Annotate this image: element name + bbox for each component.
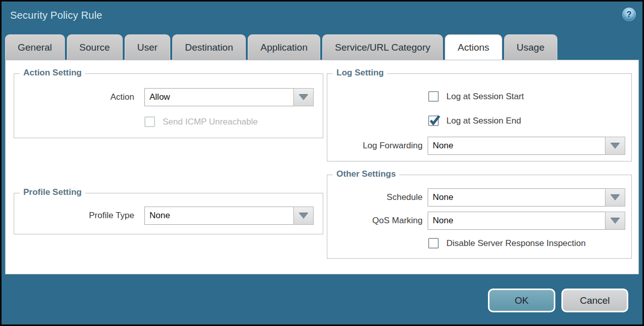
tab-destination[interactable]: Destination [172,34,246,60]
action-setting-fieldset: Action Setting Action Allow Send ICMP Un… [14,73,323,138]
schedule-dropdown[interactable]: None [428,188,625,207]
profile-type-dropdown-button[interactable] [293,207,314,225]
tab-application[interactable]: Application [248,34,320,60]
send-icmp-row: Send ICMP Unreachable [14,116,323,127]
tab-bar: General Source User Destination Applicat… [5,34,557,60]
qos-marking-label: QoS Marking [327,216,423,226]
profile-type-dropdown[interactable]: None [144,207,314,225]
log-forwarding-row: Log Forwarding None [327,137,631,155]
dsri-row: Disable Server Response Inspection [327,238,631,249]
action-label: Action [14,92,134,102]
log-at-session-start-label: Log at Session Start [446,92,524,102]
log-at-session-end-checkbox[interactable] [428,115,439,126]
log-forwarding-dropdown-value: None [433,137,453,154]
profile-type-label: Profile Type [14,211,134,221]
profile-type-row: Profile Type None [14,207,323,225]
log-setting-fieldset: Log Setting Log at Session Start Log at … [327,73,632,161]
ok-button[interactable]: OK [488,289,555,312]
log-at-session-start-checkbox[interactable] [428,91,439,102]
action-setting-legend: Action Setting [20,68,85,78]
disable-server-response-inspection-checkbox[interactable] [428,238,439,249]
log-at-session-end-label: Log at Session End [446,116,521,126]
schedule-dropdown-value: None [433,189,453,206]
action-dropdown-value: Allow [149,89,170,106]
chevron-down-icon [611,143,620,149]
log-session-end-row: Log at Session End [327,115,631,126]
send-icmp-label: Send ICMP Unreachable [163,117,258,127]
profile-type-dropdown-value: None [149,207,170,224]
log-setting-legend: Log Setting [333,68,387,78]
actions-tab-panel: Action Setting Action Allow Send ICMP Un… [5,60,639,274]
send-icmp-checkbox [144,116,155,127]
dialog-title: Security Policy Rule [10,10,102,21]
tab-service-url-category[interactable]: Service/URL Category [322,34,443,60]
chevron-down-icon [611,195,620,200]
action-row: Action Allow [14,88,323,106]
qos-marking-dropdown-button[interactable] [605,212,625,230]
profile-setting-legend: Profile Setting [20,187,85,197]
schedule-row: Schedule None [327,188,631,207]
help-icon[interactable]: ? [622,8,636,21]
cancel-button[interactable]: Cancel [561,289,628,312]
action-dropdown-button[interactable] [293,88,314,106]
chevron-down-icon [299,213,308,219]
tab-usage[interactable]: Usage [504,34,557,60]
log-session-start-row: Log at Session Start [327,91,631,102]
qos-marking-row: QoS Marking None [327,212,631,230]
tab-actions[interactable]: Actions [445,34,502,60]
schedule-dropdown-button[interactable] [605,188,625,207]
log-forwarding-dropdown-button[interactable] [605,137,625,155]
other-settings-legend: Other Settings [333,169,399,179]
profile-setting-fieldset: Profile Setting Profile Type None [14,193,323,234]
schedule-label: Schedule [327,192,423,202]
disable-server-response-inspection-label: Disable Server Response Inspection [446,238,586,249]
help-icon-glyph: ? [627,10,632,19]
log-forwarding-label: Log Forwarding [327,141,423,151]
chevron-down-icon [611,218,620,224]
other-settings-fieldset: Other Settings Schedule None QoS Marking… [327,175,632,259]
tab-user[interactable]: User [125,34,170,60]
chevron-down-icon [299,95,308,100]
tab-general[interactable]: General [5,34,65,60]
security-policy-rule-dialog: Security Policy Rule ? General Source Us… [0,0,644,326]
qos-marking-dropdown[interactable]: None [428,212,625,230]
action-dropdown[interactable]: Allow [144,88,314,106]
log-forwarding-dropdown[interactable]: None [428,137,625,155]
tab-source[interactable]: Source [67,34,123,60]
checkmark-icon [428,114,441,127]
qos-marking-dropdown-value: None [433,212,453,229]
